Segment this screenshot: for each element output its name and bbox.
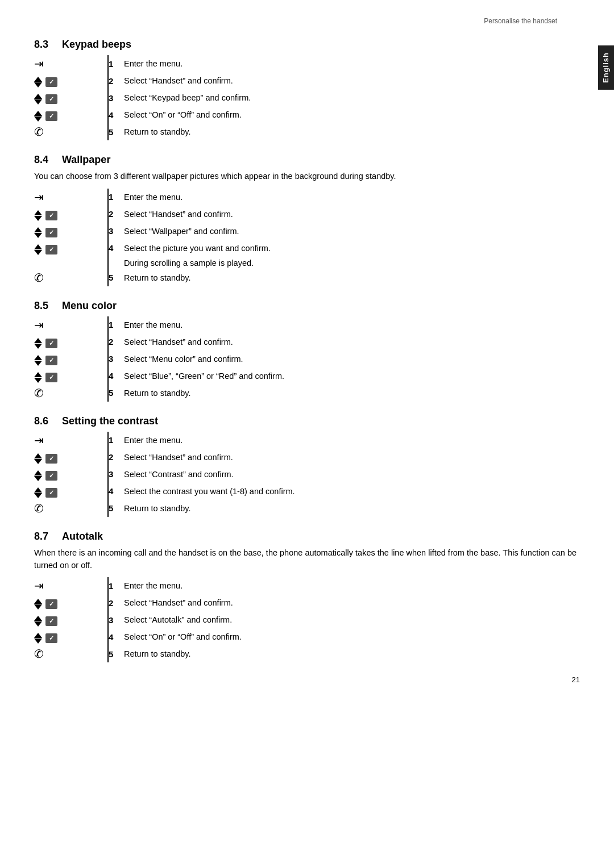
step-desc-cell-1-0: Enter the menu. bbox=[124, 189, 580, 206]
section-number-1: 8.4 bbox=[34, 154, 48, 165]
confirm-button-icon: ✓ bbox=[45, 94, 57, 104]
end-call-icon: ✆ bbox=[34, 647, 44, 661]
instruction-table-2: ⇥ 1 Enter the menu. ✓ 2 Select “Handset”… bbox=[34, 316, 580, 402]
step-icon-cell-1-1: ✓ bbox=[34, 206, 108, 223]
step-num-cell-2-2: 3 bbox=[108, 350, 124, 368]
step-desc-cell-4-4: Return to standby. bbox=[124, 645, 580, 662]
step-num-cell-4-2: 3 bbox=[108, 611, 124, 628]
side-tab-label: English bbox=[601, 52, 610, 83]
arrow-up bbox=[34, 633, 42, 638]
up-down-arrows bbox=[34, 111, 42, 122]
step-num-cell-1-5: 5 bbox=[108, 269, 124, 286]
arrow-down bbox=[34, 639, 42, 644]
step-num-cell-3-3: 4 bbox=[108, 483, 124, 500]
up-down-arrows bbox=[34, 633, 42, 644]
up-down-arrows bbox=[34, 244, 42, 255]
step-num-cell-1-4 bbox=[108, 257, 124, 269]
step-num-cell-2-0: 1 bbox=[108, 316, 124, 333]
step-desc-cell-2-0: Enter the menu. bbox=[124, 316, 580, 333]
arrow-up bbox=[34, 355, 42, 360]
step-row-2-0: ⇥ 1 Enter the menu. bbox=[34, 316, 580, 333]
section-title-2: Menu color bbox=[62, 300, 117, 311]
page-number-value: 21 bbox=[572, 675, 580, 684]
step-num-cell-0-1: 2 bbox=[108, 72, 124, 89]
step-num-cell-0-2: 3 bbox=[108, 89, 124, 106]
section-heading-2: 8.5Menu color bbox=[34, 300, 580, 312]
step-row-0-1: ✓ 2 Select “Handset” and confirm. bbox=[34, 72, 580, 89]
step-row-0-3: ✓ 4 Select “On” or “Off” and confirm. bbox=[34, 106, 580, 123]
section-heading-0: 8.3Keypad beeps bbox=[34, 39, 580, 51]
step-desc-cell-1-3: Select the picture you want and confirm. bbox=[124, 240, 580, 257]
step-row-1-4: During scrolling a sample is played. bbox=[34, 257, 580, 269]
step-icon-cell-3-2: ✓ bbox=[34, 466, 108, 483]
section-heading-3: 8.6Setting the contrast bbox=[34, 415, 580, 427]
arrows-confirm-icon: ✓ bbox=[34, 77, 57, 87]
step-desc-cell-2-1: Select “Handset” and confirm. bbox=[124, 333, 580, 350]
confirm-button-icon: ✓ bbox=[45, 471, 57, 481]
step-desc-cell-0-4: Return to standby. bbox=[124, 123, 580, 140]
step-num-cell-2-3: 4 bbox=[108, 368, 124, 385]
step-icon-cell-4-4: ✆ bbox=[34, 645, 108, 662]
step-desc-cell-0-0: Enter the menu. bbox=[124, 55, 580, 72]
confirm-button-icon: ✓ bbox=[45, 111, 57, 121]
menu-icon: ⇥ bbox=[34, 57, 44, 70]
step-icon-cell-4-2: ✓ bbox=[34, 611, 108, 628]
confirm-button-icon: ✓ bbox=[45, 228, 57, 237]
step-row-0-0: ⇥ 1 Enter the menu. bbox=[34, 55, 580, 72]
step-num-cell-2-1: 2 bbox=[108, 333, 124, 350]
section-8.5: 8.5Menu color ⇥ 1 Enter the menu. ✓ 2 Se… bbox=[34, 300, 580, 402]
arrow-down bbox=[34, 99, 42, 105]
step-icon-cell-1-3: ✓ bbox=[34, 240, 108, 257]
confirm-button-icon: ✓ bbox=[45, 616, 57, 626]
step-row-1-2: ✓ 3 Select “Wallpaper” and confirm. bbox=[34, 223, 580, 240]
step-icon-cell-2-3: ✓ bbox=[34, 368, 108, 385]
arrow-down bbox=[34, 361, 42, 366]
menu-icon: ⇥ bbox=[34, 579, 44, 592]
step-icon-cell-4-1: ✓ bbox=[34, 594, 108, 611]
up-down-arrows bbox=[34, 210, 42, 221]
arrow-up bbox=[34, 470, 42, 475]
step-row-3-4: ✆ 5 Return to standby. bbox=[34, 500, 580, 517]
arrows-confirm-icon: ✓ bbox=[34, 453, 57, 464]
up-down-arrows bbox=[34, 227, 42, 238]
step-desc-cell-3-4: Return to standby. bbox=[124, 500, 580, 517]
step-num-cell-1-2: 3 bbox=[108, 223, 124, 240]
step-row-2-3: ✓ 4 Select “Blue”, “Green” or “Red” and … bbox=[34, 368, 580, 385]
instruction-table-4: ⇥ 1 Enter the menu. ✓ 2 Select “Handset”… bbox=[34, 577, 580, 662]
step-num-cell-0-4: 5 bbox=[108, 123, 124, 140]
arrow-down bbox=[34, 82, 42, 87]
step-num-cell-1-0: 1 bbox=[108, 189, 124, 206]
confirm-button-icon: ✓ bbox=[45, 373, 57, 382]
arrow-down bbox=[34, 378, 42, 383]
arrow-down bbox=[34, 116, 42, 122]
step-desc-cell-3-2: Select “Contrast” and confirm. bbox=[124, 466, 580, 483]
step-row-1-3: ✓ 4 Select the picture you want and conf… bbox=[34, 240, 580, 257]
step-desc-cell-2-4: Return to standby. bbox=[124, 385, 580, 402]
section-title-1: Wallpaper bbox=[62, 154, 110, 165]
arrow-up bbox=[34, 487, 42, 493]
arrow-up bbox=[34, 599, 42, 604]
step-row-0-2: ✓ 3 Select “Keypad beep” and confirm. bbox=[34, 89, 580, 106]
step-desc-cell-3-0: Enter the menu. bbox=[124, 432, 580, 449]
end-call-icon: ✆ bbox=[34, 386, 44, 400]
confirm-button-icon: ✓ bbox=[45, 454, 57, 464]
arrow-up bbox=[34, 338, 42, 343]
arrow-up bbox=[34, 210, 42, 215]
arrow-down bbox=[34, 604, 42, 610]
menu-icon: ⇥ bbox=[34, 434, 44, 446]
step-icon-cell-2-0: ⇥ bbox=[34, 316, 108, 333]
step-desc-cell-3-1: Select “Handset” and confirm. bbox=[124, 449, 580, 466]
step-row-0-4: ✆ 5 Return to standby. bbox=[34, 123, 580, 140]
section-heading-1: 8.4Wallpaper bbox=[34, 154, 580, 166]
step-row-4-1: ✓ 2 Select “Handset” and confirm. bbox=[34, 594, 580, 611]
step-desc-cell-1-1: Select “Handset” and confirm. bbox=[124, 206, 580, 223]
step-num-cell-4-3: 4 bbox=[108, 628, 124, 645]
step-icon-cell-0-3: ✓ bbox=[34, 106, 108, 123]
end-call-icon: ✆ bbox=[34, 502, 44, 515]
arrows-confirm-icon: ✓ bbox=[34, 227, 57, 238]
step-icon-cell-4-0: ⇥ bbox=[34, 577, 108, 594]
arrow-up bbox=[34, 77, 42, 82]
step-row-3-1: ✓ 2 Select “Handset” and confirm. bbox=[34, 449, 580, 466]
arrow-up bbox=[34, 453, 42, 458]
up-down-arrows bbox=[34, 453, 42, 464]
